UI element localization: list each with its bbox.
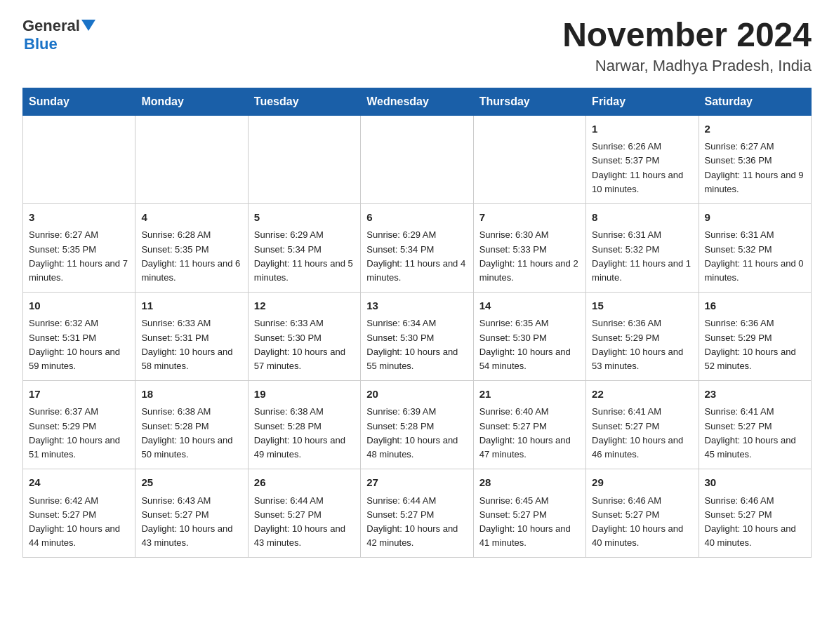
calendar-week-row: 3Sunrise: 6:27 AMSunset: 5:35 PMDaylight… [23,203,812,292]
table-row: 24Sunrise: 6:42 AMSunset: 5:27 PMDayligh… [23,469,135,558]
day-number: 15 [592,298,692,314]
day-info: Sunrise: 6:31 AMSunset: 5:32 PMDaylight:… [705,228,805,285]
day-number: 14 [479,298,580,314]
day-number: 28 [479,475,580,491]
logo-blue-text: Blue [24,35,95,53]
day-info: Sunrise: 6:44 AMSunset: 5:27 PMDaylight:… [254,494,355,551]
col-saturday: Saturday [699,88,811,115]
table-row: 1Sunrise: 6:26 AMSunset: 5:37 PMDaylight… [586,115,699,203]
day-number: 2 [705,121,805,137]
day-info: Sunrise: 6:38 AMSunset: 5:28 PMDaylight:… [254,405,355,462]
day-number: 24 [29,475,129,491]
svg-marker-0 [81,20,95,31]
day-number: 7 [479,210,580,226]
table-row: 2Sunrise: 6:27 AMSunset: 5:36 PMDaylight… [699,115,811,203]
day-info: Sunrise: 6:44 AMSunset: 5:27 PMDaylight:… [366,494,467,551]
table-row: 17Sunrise: 6:37 AMSunset: 5:29 PMDayligh… [23,380,135,469]
day-info: Sunrise: 6:32 AMSunset: 5:31 PMDaylight:… [29,316,129,373]
col-wednesday: Wednesday [361,88,473,115]
table-row: 11Sunrise: 6:33 AMSunset: 5:31 PMDayligh… [135,292,248,380]
calendar-title-block: November 2024 Narwar, Madhya Pradesh, In… [562,17,812,75]
day-info: Sunrise: 6:29 AMSunset: 5:34 PMDaylight:… [254,228,355,285]
day-info: Sunrise: 6:29 AMSunset: 5:34 PMDaylight:… [366,228,467,285]
logo: General Blue [22,17,95,53]
day-number: 19 [254,387,355,403]
col-friday: Friday [586,88,699,115]
calendar-week-row: 24Sunrise: 6:42 AMSunset: 5:27 PMDayligh… [23,469,812,558]
col-sunday: Sunday [23,88,135,115]
table-row [248,115,360,203]
day-info: Sunrise: 6:36 AMSunset: 5:29 PMDaylight:… [705,316,805,373]
table-row: 18Sunrise: 6:38 AMSunset: 5:28 PMDayligh… [135,380,248,469]
logo-triangle-icon [81,18,95,32]
table-row [135,115,248,203]
table-row: 23Sunrise: 6:41 AMSunset: 5:27 PMDayligh… [699,380,811,469]
day-info: Sunrise: 6:45 AMSunset: 5:27 PMDaylight:… [479,494,580,551]
table-row: 16Sunrise: 6:36 AMSunset: 5:29 PMDayligh… [699,292,811,380]
table-row: 25Sunrise: 6:43 AMSunset: 5:27 PMDayligh… [135,469,248,558]
calendar-title: November 2024 [562,17,812,54]
day-info: Sunrise: 6:41 AMSunset: 5:27 PMDaylight:… [592,405,692,462]
calendar-table: Sunday Monday Tuesday Wednesday Thursday… [22,88,812,558]
day-info: Sunrise: 6:34 AMSunset: 5:30 PMDaylight:… [366,316,467,373]
table-row: 4Sunrise: 6:28 AMSunset: 5:35 PMDaylight… [135,203,248,292]
day-info: Sunrise: 6:36 AMSunset: 5:29 PMDaylight:… [592,316,692,373]
table-row: 13Sunrise: 6:34 AMSunset: 5:30 PMDayligh… [361,292,473,380]
day-number: 23 [705,387,805,403]
col-thursday: Thursday [473,88,585,115]
col-tuesday: Tuesday [248,88,360,115]
day-info: Sunrise: 6:37 AMSunset: 5:29 PMDaylight:… [29,405,129,462]
table-row: 9Sunrise: 6:31 AMSunset: 5:32 PMDaylight… [699,203,811,292]
table-row: 20Sunrise: 6:39 AMSunset: 5:28 PMDayligh… [361,380,473,469]
day-info: Sunrise: 6:33 AMSunset: 5:30 PMDaylight:… [254,316,355,373]
day-number: 1 [592,121,692,137]
day-number: 16 [705,298,805,314]
table-row [23,115,135,203]
day-info: Sunrise: 6:46 AMSunset: 5:27 PMDaylight:… [705,494,805,551]
table-row: 8Sunrise: 6:31 AMSunset: 5:32 PMDaylight… [586,203,699,292]
day-number: 5 [254,210,355,226]
day-info: Sunrise: 6:27 AMSunset: 5:36 PMDaylight:… [705,140,805,196]
table-row: 21Sunrise: 6:40 AMSunset: 5:27 PMDayligh… [473,380,585,469]
table-row: 12Sunrise: 6:33 AMSunset: 5:30 PMDayligh… [248,292,360,380]
day-info: Sunrise: 6:28 AMSunset: 5:35 PMDaylight:… [141,228,241,285]
calendar-week-row: 1Sunrise: 6:26 AMSunset: 5:37 PMDaylight… [23,115,812,203]
day-number: 12 [254,298,355,314]
table-row: 27Sunrise: 6:44 AMSunset: 5:27 PMDayligh… [361,469,473,558]
table-row: 3Sunrise: 6:27 AMSunset: 5:35 PMDaylight… [23,203,135,292]
day-number: 21 [479,387,580,403]
day-info: Sunrise: 6:33 AMSunset: 5:31 PMDaylight:… [141,316,241,373]
day-info: Sunrise: 6:30 AMSunset: 5:33 PMDaylight:… [479,228,580,285]
day-number: 29 [592,475,692,491]
day-info: Sunrise: 6:26 AMSunset: 5:37 PMDaylight:… [592,140,692,196]
day-number: 13 [366,298,467,314]
table-row: 5Sunrise: 6:29 AMSunset: 5:34 PMDaylight… [248,203,360,292]
day-info: Sunrise: 6:35 AMSunset: 5:30 PMDaylight:… [479,316,580,373]
day-info: Sunrise: 6:41 AMSunset: 5:27 PMDaylight:… [705,405,805,462]
day-info: Sunrise: 6:43 AMSunset: 5:27 PMDaylight:… [141,494,241,551]
table-row [473,115,585,203]
day-info: Sunrise: 6:31 AMSunset: 5:32 PMDaylight:… [592,228,692,285]
calendar-subtitle: Narwar, Madhya Pradesh, India [562,57,812,75]
day-number: 30 [705,475,805,491]
day-number: 22 [592,387,692,403]
day-info: Sunrise: 6:39 AMSunset: 5:28 PMDaylight:… [366,405,467,462]
logo-general-text: General [22,17,80,35]
day-number: 27 [366,475,467,491]
table-row: 22Sunrise: 6:41 AMSunset: 5:27 PMDayligh… [586,380,699,469]
day-number: 25 [141,475,241,491]
day-number: 9 [705,210,805,226]
day-number: 17 [29,387,129,403]
table-row: 30Sunrise: 6:46 AMSunset: 5:27 PMDayligh… [699,469,811,558]
day-info: Sunrise: 6:27 AMSunset: 5:35 PMDaylight:… [29,228,129,285]
table-row: 29Sunrise: 6:46 AMSunset: 5:27 PMDayligh… [586,469,699,558]
table-row: 26Sunrise: 6:44 AMSunset: 5:27 PMDayligh… [248,469,360,558]
table-row: 10Sunrise: 6:32 AMSunset: 5:31 PMDayligh… [23,292,135,380]
page-header: General Blue November 2024 Narwar, Madhy… [22,17,812,75]
day-info: Sunrise: 6:38 AMSunset: 5:28 PMDaylight:… [141,405,241,462]
day-number: 18 [141,387,241,403]
day-number: 6 [366,210,467,226]
table-row: 15Sunrise: 6:36 AMSunset: 5:29 PMDayligh… [586,292,699,380]
day-number: 26 [254,475,355,491]
table-row [361,115,473,203]
